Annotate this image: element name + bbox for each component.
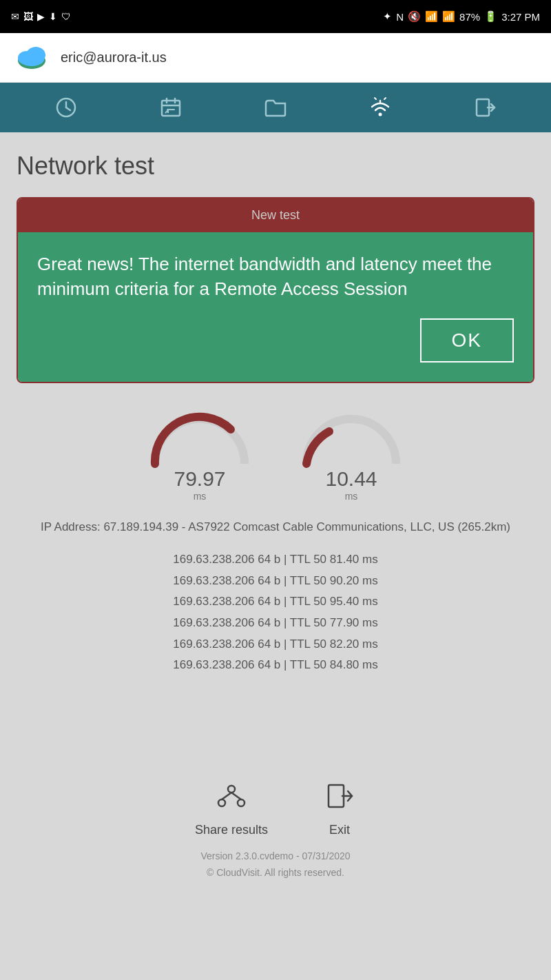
test-card: New test Great news! The internet bandwi… [17,197,534,383]
version-text: Version 2.3.0.cvdemo - 07/31/2020 [17,848,534,865]
footer-actions: Share results Exit [17,759,534,848]
footer-version: Version 2.3.0.cvdemo - 07/31/2020 © Clou… [17,848,534,895]
image-icon: 🖼 [23,11,33,22]
ping-row-1: 169.63.238.206 64 b | TTL 50 90.20 ms [17,571,534,592]
exit-label: Exit [329,823,350,837]
main-content: Network test New test Great news! The in… [0,132,551,980]
ping-row-0: 169.63.238.206 64 b | TTL 50 81.40 ms [17,549,534,571]
gauge-1-svg [145,405,255,474]
exit-button[interactable]: Exit [323,779,356,837]
clock: 3:27 PM [501,11,540,23]
gauge-2-value: 10.44 [325,467,377,491]
nav-bar [0,83,551,132]
svg-line-6 [66,108,70,110]
ping-row-4: 169.63.238.206 64 b | TTL 50 82.20 ms [17,634,534,655]
gauge-2-svg [296,405,406,474]
svg-point-20 [238,799,245,806]
share-results-label: Share results [195,823,268,837]
download-icon: ⬇ [49,11,57,22]
ok-button-row: OK [37,318,514,363]
svg-point-3 [19,52,44,66]
page-title: Network test [17,152,534,181]
ping-row-3: 169.63.238.206 64 b | TTL 50 77.90 ms [17,613,534,634]
test-message: Great news! The internet bandwidth and l… [37,252,514,302]
nav-calendar[interactable] [154,90,188,125]
nav-network[interactable] [363,90,397,125]
status-bar: ✉ 🖼 ▶ ⬇ 🛡 ✦ N 🔇 📶 📶 87% 🔋 3:27 PM [0,0,551,33]
battery-icon: 🔋 [484,10,497,23]
ping-row-2: 169.63.238.206 64 b | TTL 50 95.40 ms [17,591,534,613]
svg-point-19 [218,799,225,806]
gauge-2-unit: ms [345,491,358,502]
gauge-1-value: 79.97 [174,467,225,491]
svg-line-14 [375,98,376,99]
test-card-header-text: New test [251,208,300,222]
test-card-header: New test [18,198,533,232]
status-icons-right: ✦ N 🔇 📶 📶 87% 🔋 3:27 PM [383,10,540,23]
svg-point-12 [379,113,382,116]
status-icons-left: ✉ 🖼 ▶ ⬇ 🛡 [11,11,71,22]
svg-rect-7 [162,101,180,116]
gauges-row: 79.97 ms 10.44 ms [17,405,534,502]
gauge-1: 79.97 ms [145,405,255,502]
mail-icon: ✉ [11,11,19,22]
gauge-1-unit: ms [194,491,207,502]
svg-line-22 [231,793,241,799]
ping-row-5: 169.63.238.206 64 b | TTL 50 84.80 ms [17,655,534,676]
svg-line-21 [222,793,231,799]
ping-results: 169.63.238.206 64 b | TTL 50 81.40 ms 16… [17,549,534,676]
signal-icon: 📶 [442,10,455,23]
share-icon [215,779,248,819]
share-results-button[interactable]: Share results [195,779,268,837]
bluetooth-icon: ✦ [383,10,392,23]
wifi-icon: 📶 [425,10,438,23]
copyright-text: © CloudVisit. All rights reserved. [17,865,534,881]
mute-icon: 🔇 [408,10,421,23]
user-email: eric@aurora-it.us [61,50,167,65]
shield-icon: 🛡 [61,11,71,22]
test-card-body: Great news! The internet bandwidth and l… [18,232,533,382]
app-header: eric@aurora-it.us [0,33,551,83]
nav-folder[interactable] [258,90,293,125]
exit-icon [323,779,356,819]
app-logo [14,40,50,76]
svg-point-18 [228,786,235,793]
ok-button[interactable]: OK [420,318,514,363]
gauge-2: 10.44 ms [296,405,406,502]
ip-info: IP Address: 67.189.194.39 - AS7922 Comca… [17,518,534,536]
nav-history[interactable] [49,90,83,125]
battery-percent: 87% [459,11,480,23]
nav-exit[interactable] [468,90,502,125]
svg-rect-23 [329,785,344,807]
nfc-icon: N [396,11,404,23]
svg-line-15 [384,98,386,99]
youtube-icon: ▶ [37,11,45,22]
